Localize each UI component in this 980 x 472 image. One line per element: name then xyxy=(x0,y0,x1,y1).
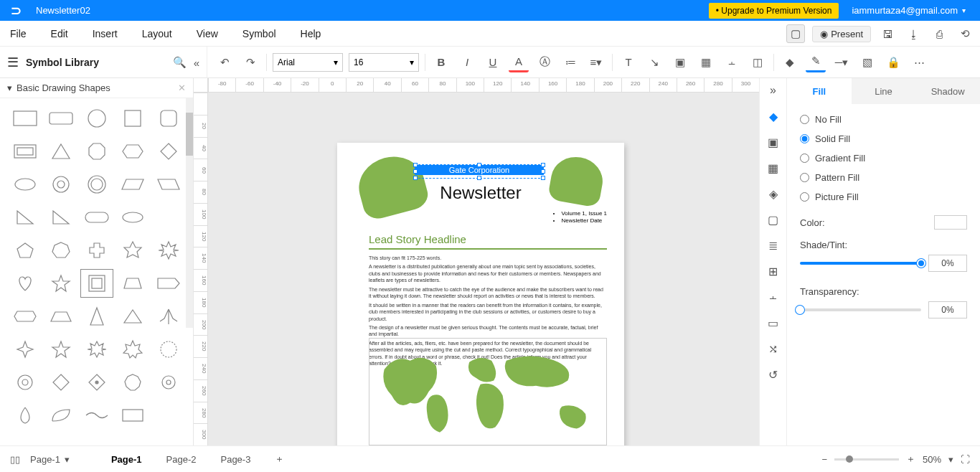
resize-handle[interactable] xyxy=(413,176,418,180)
font-color-icon[interactable]: A xyxy=(509,52,529,72)
issue-info[interactable]: Volume 1, Issue 1 Newsletter Date xyxy=(561,210,607,225)
shape-heart[interactable] xyxy=(9,269,42,298)
shape-star5[interactable] xyxy=(44,269,77,298)
upgrade-button[interactable]: • Upgrade to Premium Version xyxy=(709,3,839,19)
zoom-in-icon[interactable]: ＋ xyxy=(906,453,915,466)
menu-edit[interactable]: Edit xyxy=(48,24,71,44)
canvas[interactable]: -80-60-40-200204060801001201401601802002… xyxy=(194,78,759,445)
resize-handle[interactable] xyxy=(477,176,481,180)
share-icon[interactable]: ⟲ xyxy=(956,24,974,43)
resize-handle[interactable] xyxy=(541,176,545,180)
world-map-image[interactable] xyxy=(369,338,607,445)
resize-handle[interactable] xyxy=(477,163,481,167)
menu-file[interactable]: File xyxy=(7,24,29,44)
selection-box[interactable] xyxy=(415,164,544,179)
shade-slider[interactable] xyxy=(800,262,921,265)
shape-diamond2[interactable] xyxy=(44,368,77,397)
shape-triangle[interactable] xyxy=(44,137,77,166)
fill-color-icon[interactable]: ◆ xyxy=(780,52,800,72)
shape-star5b[interactable] xyxy=(44,335,77,364)
align-objects-icon[interactable]: ⫠ xyxy=(722,52,742,72)
align-text-icon[interactable]: ≡▾ xyxy=(586,52,606,72)
page-tab-3[interactable]: Page-3 xyxy=(213,451,258,468)
connector-icon[interactable]: ↘ xyxy=(644,52,664,72)
page-tab-2[interactable]: Page-2 xyxy=(159,451,204,468)
shape-square[interactable] xyxy=(116,104,149,133)
transparency-slider[interactable] xyxy=(800,308,921,311)
grid-tool-icon[interactable]: ▦ xyxy=(765,160,781,176)
menu-help[interactable]: Help xyxy=(298,24,324,44)
underline-icon[interactable]: U xyxy=(483,52,503,72)
radio-picture-fill[interactable]: Picture Fill xyxy=(800,192,967,202)
collapse-panel-icon[interactable]: « xyxy=(194,57,199,69)
shape-arrow3[interactable] xyxy=(152,302,185,331)
menu-insert[interactable]: Insert xyxy=(90,24,121,44)
shape-rect2[interactable] xyxy=(116,401,149,430)
shade-value[interactable]: 0% xyxy=(928,255,967,272)
shape-ellipse[interactable] xyxy=(9,170,42,199)
bullet-list-icon[interactable]: ≔ xyxy=(560,52,580,72)
shape-leaf[interactable] xyxy=(44,401,77,430)
shape-star6b[interactable] xyxy=(80,335,113,364)
italic-icon[interactable]: I xyxy=(457,52,477,72)
shape-rectangle[interactable] xyxy=(9,104,42,133)
present-button[interactable]: ◉Present xyxy=(812,26,871,42)
shape-rounded-rect[interactable] xyxy=(44,104,77,133)
shape-tag[interactable] xyxy=(152,269,185,298)
resize-handle[interactable] xyxy=(541,163,545,167)
shape-star4[interactable] xyxy=(9,335,42,364)
shuffle-tool-icon[interactable]: ⤭ xyxy=(765,341,781,357)
account-menu[interactable]: iammurtaza4@gmail.com ▾ xyxy=(852,5,980,16)
line-color-icon[interactable]: ✎ xyxy=(806,52,826,72)
expand-panel-icon[interactable]: » xyxy=(765,82,781,98)
font-select[interactable]: Arial▾ xyxy=(273,53,343,72)
shape-donut[interactable] xyxy=(44,170,77,199)
newsletter-title[interactable]: Newsletter xyxy=(337,183,624,203)
add-page-button[interactable]: ＋ xyxy=(268,450,291,468)
zoom-out-icon[interactable]: − xyxy=(821,454,827,465)
search-icon[interactable]: 🔍 xyxy=(173,56,187,69)
shape-right-triangle[interactable] xyxy=(9,203,42,232)
zoom-value[interactable]: 50% xyxy=(923,454,941,465)
shape-diamond[interactable] xyxy=(152,137,185,166)
tab-fill[interactable]: Fill xyxy=(787,78,852,104)
transparency-value[interactable]: 0% xyxy=(928,301,967,318)
color-picker[interactable] xyxy=(934,215,967,230)
image-tool-icon[interactable]: ⊞ xyxy=(765,263,781,279)
close-icon[interactable]: ✕ xyxy=(178,82,186,93)
shape-pentagon[interactable] xyxy=(9,236,42,265)
radio-gradient-fill[interactable]: Gradient Fill xyxy=(800,153,967,164)
radio-solid-fill[interactable]: Solid Fill xyxy=(800,133,967,144)
fill-tool-icon[interactable]: ◆ xyxy=(765,108,781,124)
shadow-toggle-icon[interactable]: ▧ xyxy=(857,52,877,72)
shape-diamond-dot[interactable] xyxy=(80,368,113,397)
shapes-category-header[interactable]: ▾ Basic Drawing Shapes ✕ xyxy=(0,78,193,98)
highlight-icon[interactable]: Ⓐ xyxy=(534,52,555,72)
page-selector[interactable]: Page-1▾ xyxy=(30,454,70,465)
shape-star7[interactable] xyxy=(116,335,149,364)
lock-icon[interactable]: 🔒 xyxy=(883,52,903,72)
image-insert-icon[interactable]: ▣ xyxy=(670,52,690,72)
shape-hexagon[interactable] xyxy=(116,137,149,166)
print-icon[interactable]: ⎙ xyxy=(930,24,948,43)
headline-text[interactable]: Lead Story Headline xyxy=(369,233,607,250)
distribute-icon[interactable]: ◫ xyxy=(748,52,768,72)
layers-tool-icon[interactable]: ◈ xyxy=(765,186,781,202)
download-icon[interactable]: ⭳ xyxy=(904,24,923,43)
fullscreen-icon[interactable]: ⛶ xyxy=(961,454,970,465)
style-tool-icon[interactable]: ▣ xyxy=(765,134,781,150)
shape-right-triangle2[interactable] xyxy=(44,203,77,232)
shape-frame[interactable] xyxy=(9,137,42,166)
slideshow-icon[interactable]: ▢ xyxy=(786,24,805,43)
shape-square-frame[interactable] xyxy=(80,269,113,298)
shape-gear2[interactable] xyxy=(152,368,185,397)
text-tool-icon[interactable]: T xyxy=(618,52,639,72)
shape-circle[interactable] xyxy=(80,104,113,133)
more-icon[interactable]: ⋯ xyxy=(909,52,929,72)
shape-blank[interactable] xyxy=(152,203,185,232)
shape-wave[interactable] xyxy=(80,401,113,430)
line-style-icon[interactable]: ─▾ xyxy=(831,52,852,72)
bold-icon[interactable]: B xyxy=(431,52,451,72)
shape-triangle3[interactable] xyxy=(116,302,149,331)
zoom-slider[interactable] xyxy=(834,458,899,461)
